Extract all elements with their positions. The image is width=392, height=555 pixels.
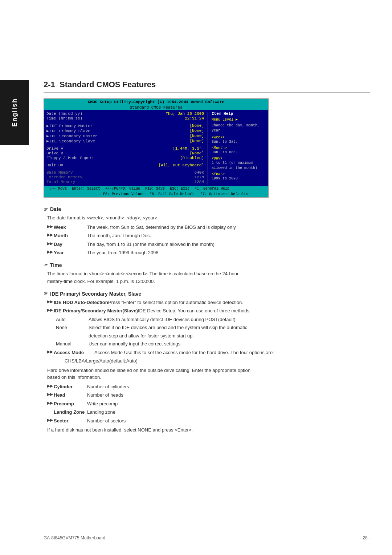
bios-footer: ↑↓→← Move Enter: Select +/-/PU/PD: Value…: [44, 186, 268, 191]
bios-footer2: F5: Previous Values F6: Fail-Safe Defaul…: [44, 191, 268, 197]
bios-extended-memory: Extended Memory 127M: [46, 175, 204, 179]
time-pencil-icon: ☞: [44, 262, 48, 268]
bios-ide-secondary-master: ▶ IDE Secondary Master [None]: [46, 134, 204, 138]
ide-section: ☞ IDE Primary/ Secondary Master, Slave ▶…: [44, 291, 370, 434]
page-footer: GA-8I845GVM775 Motherboard - 28 -: [44, 533, 370, 540]
date-section: ☞ Date The date format is <week>, <month…: [44, 206, 370, 256]
bios-ide-primary-slave: ▶ IDE Primary Slave [None]: [46, 129, 204, 133]
ide-precomp: ▶▶ Precomp Write precomp: [47, 400, 370, 408]
ide-access-mode: ▶▶ Access Mode Access Mode Use this to s…: [47, 349, 370, 356]
bios-floppy: Floppy 3 Mode Suport [Disabled]: [46, 156, 204, 160]
date-week-item: ▶▶ Week The week, from Sun to Sat, deter…: [47, 224, 370, 231]
ide-auto-item: Auto Allows BIOS to automatically detect…: [56, 316, 370, 323]
sidebar: English: [0, 80, 29, 145]
time-description: The times format in <hour> <minute> <sec…: [47, 270, 370, 278]
bios-base-memory: Base Memory 640K: [46, 170, 204, 175]
bios-subtitle-bar: Standard CMOS Features: [44, 105, 268, 110]
bios-drive-b: Drive B [None]: [46, 151, 204, 155]
bios-ide-secondary-slave: ▶ IDE Secondary Slave [None]: [46, 139, 204, 143]
time-description2: military-time clock. For example, 1 p.m.…: [47, 278, 370, 285]
bios-ide-primary-master: ▶ IDE Primary Master [None]: [46, 123, 204, 128]
ide-hard-drive-note2: based on this information.: [47, 374, 370, 381]
bios-time-row: Time (hh:mm:ss) 22:31:24: [46, 116, 204, 121]
bios-total-memory: Total Memory 128M: [46, 180, 204, 184]
time-title: Time: [50, 262, 62, 268]
ide-hard-drive-note: Hard drive information should be labeled…: [47, 367, 370, 374]
footer-page: - 28 -: [360, 535, 370, 540]
bios-title-bar: CMOS Setup Utility-Copyright (C) 1984-20…: [44, 99, 268, 105]
date-day-item: ▶▶ Day The day, from 1 to 31 (or the max…: [47, 241, 370, 248]
ide-none-cont: detection step and allow for faster syst…: [56, 332, 370, 340]
ide-primary-secondary: ▶▶ IDE Primary/Secondary Master(Slave) I…: [47, 307, 370, 315]
ide-sector: ▶▶ Sector Number of sectors: [47, 417, 370, 425]
ide-landing-zone: ▶▶ Landing Zone Landing zone: [47, 409, 370, 416]
page-title: 2-1 Standard CMOS Features: [44, 80, 370, 93]
ide-access-mode-values: CHS/LBA/Large/Auto(default:Auto): [65, 357, 370, 365]
ide-footer-note: If a hard disk has not been installed, s…: [47, 426, 370, 434]
bios-halt: Halt On [All, But Keyboard]: [46, 163, 204, 167]
ide-head: ▶▶ Head Number of heads: [47, 392, 370, 399]
bios-drive-a: Drive A [1.44M, 3.5"]: [46, 146, 204, 151]
ide-cylinder: ▶▶ Cylinder Number of cylinders: [47, 383, 370, 390]
date-year-item: ▶▶ Year The year, from 1999 through 2098: [47, 249, 370, 256]
time-section: ☞ Time The times format in <hour> <minut…: [44, 262, 370, 285]
ide-hdd-auto-detect: ▶▶ IDE HDD Auto-Detection Press "Enter" …: [47, 299, 370, 306]
ide-pencil-icon: ☞: [44, 291, 48, 296]
date-pencil-icon: ☞: [44, 207, 48, 212]
sidebar-label: English: [11, 98, 19, 127]
ide-manual-item: Manual User can manually input the corre…: [56, 340, 370, 348]
bios-help-panel: Item Help Menu Level ▶ Change the day, m…: [208, 112, 266, 185]
date-month-item: ▶▶ Month The month, Jan. Through Dec.: [47, 232, 370, 239]
bios-screen: CMOS Setup Utility-Copyright (C) 1984-20…: [44, 98, 269, 198]
ide-title: IDE Primary/ Secondary Master, Slave: [50, 291, 141, 297]
ide-none-item: None Select this if no IDE devices are u…: [56, 324, 370, 331]
date-title: Date: [50, 206, 61, 212]
bios-date-row: Date (mm:dd:yy) Thu, Jan 20 2005: [46, 112, 204, 116]
date-description: The date format is <week>, <month>, <day…: [47, 214, 370, 222]
footer-model: GA-8I845GVM775 Motherboard: [44, 535, 105, 540]
